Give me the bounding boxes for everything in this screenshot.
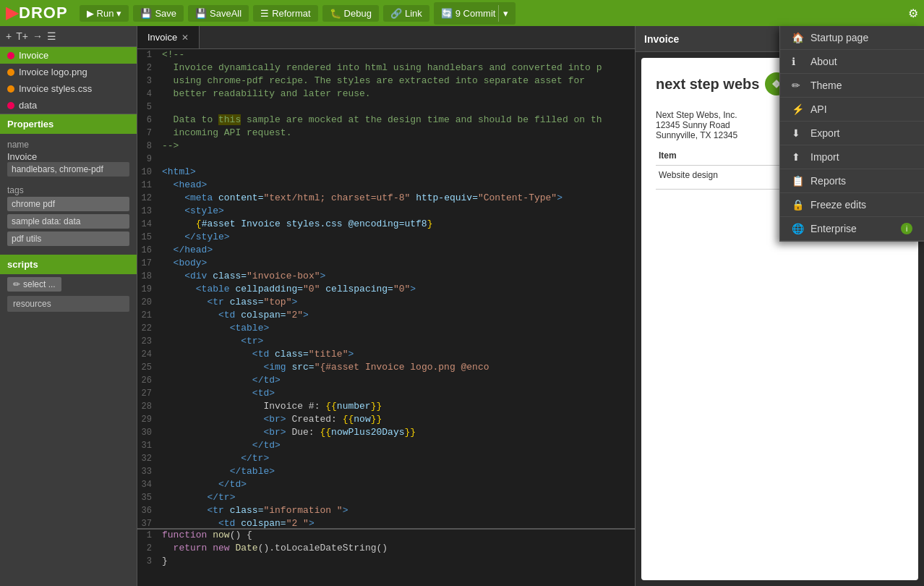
- line-34: 34 </td>: [137, 479, 635, 492]
- sidebar-item-invoice-styles[interactable]: Invoice styles.css: [0, 80, 137, 97]
- sidebar-item-invoice-logo[interactable]: Invoice logo.png: [0, 64, 137, 80]
- tags-label: tags: [7, 185, 129, 195]
- line-3: 3 using chrome-pdf recipe. The styles ar…: [137, 75, 635, 88]
- menu-button[interactable]: ☰: [47, 30, 56, 42]
- add-text-button[interactable]: T+: [16, 30, 28, 42]
- line-20: 20 <tr class="top">: [137, 297, 635, 310]
- sample-data-input[interactable]: [7, 214, 129, 229]
- line-7: 7 incoming API request.: [137, 127, 635, 140]
- line-21: 21 <td colspan="2">: [137, 310, 635, 323]
- lock-icon: 🔒: [792, 199, 805, 211]
- line-8: 8-->: [137, 140, 635, 153]
- line-37: 37 <td colspan="2 ">: [137, 518, 635, 528]
- invoice-logo: next step webs: [656, 72, 788, 95]
- run-arrow: ▾: [116, 8, 121, 19]
- line-16: 16 </head>: [137, 245, 635, 258]
- dd-freeze-edits[interactable]: 🔒 Freeze edits: [780, 193, 924, 217]
- line-32: 32 </tr>: [137, 453, 635, 466]
- debug-label: Debug: [344, 8, 372, 19]
- save-button[interactable]: 💾 Save: [133, 5, 184, 22]
- dd-api[interactable]: ⚡ API: [780, 98, 924, 122]
- line-24: 24 <td class="title">: [137, 349, 635, 362]
- home-icon: 🏠: [792, 32, 805, 43]
- invoice-logo-text: next step webs: [656, 76, 759, 93]
- sidebar-item-invoice[interactable]: Invoice: [0, 47, 137, 64]
- line-19: 19 <table cellpadding="0" cellspacing="0…: [137, 284, 635, 297]
- pdf-utils-input[interactable]: [7, 232, 129, 246]
- app-logo: ▶DROP: [6, 4, 68, 22]
- sidebar: + T+ → ☰ Invoice Invoice logo.png Invoic…: [0, 26, 137, 586]
- tab-invoice[interactable]: Invoice ✕: [137, 26, 200, 48]
- enterprise-info-icon: i: [901, 223, 912, 234]
- line-23: 23 <tr>: [137, 336, 635, 349]
- sidebar-item-data-label: data: [19, 100, 37, 111]
- add-file-button[interactable]: +: [6, 30, 12, 42]
- commit-arrow[interactable]: ▾: [498, 5, 513, 22]
- preview-title: Invoice: [644, 33, 679, 45]
- sidebar-item-invoice-logo-label: Invoice logo.png: [19, 67, 87, 77]
- resources-button[interactable]: resources: [7, 296, 129, 312]
- commit-label: 9 Commit: [455, 8, 496, 19]
- line-18: 18 <div class="invoice-box">: [137, 271, 635, 284]
- settings-button[interactable]: ⚙: [908, 7, 918, 20]
- bottom-line-1: 1function now() {: [137, 530, 635, 543]
- globe-icon: 🌐: [792, 223, 805, 234]
- invoice-styles-dot-icon: [7, 85, 14, 93]
- dd-export[interactable]: ⬇ Export: [780, 122, 924, 145]
- topbar: ▶DROP ▶ Run ▾ 💾 Save 💾 SaveAll ☰ Reforma…: [0, 0, 924, 26]
- dd-import[interactable]: ⬆ Import: [780, 145, 924, 169]
- line-26: 26 </td>: [137, 375, 635, 388]
- save-label: Save: [155, 8, 176, 19]
- line-1: 1<!--: [137, 49, 635, 62]
- main-layout: + T+ → ☰ Invoice Invoice logo.png Invoic…: [0, 26, 924, 586]
- line-15: 15 </style>: [137, 232, 635, 245]
- handlebars-input[interactable]: [7, 162, 129, 177]
- sidebar-item-data[interactable]: data: [0, 97, 137, 114]
- reports-icon: 📋: [792, 175, 805, 187]
- run-button[interactable]: ▶ Run ▾: [80, 5, 129, 22]
- dd-theme[interactable]: ✏ Theme: [780, 74, 924, 98]
- run-icon: ▶: [87, 8, 94, 19]
- select-script-button[interactable]: ✏ select ...: [7, 277, 61, 292]
- bottom-editor[interactable]: 1function now() { 2 return new Date().to…: [137, 528, 635, 586]
- link-button[interactable]: 🔗 Link: [383, 5, 429, 22]
- name-label: name: [7, 140, 129, 150]
- data-dot-icon: [7, 102, 14, 109]
- bottom-line-3: 3}: [137, 556, 635, 569]
- reformat-button[interactable]: ☰ Reformat: [253, 5, 317, 22]
- name-value: Invoice: [7, 151, 129, 162]
- line-9: 9: [137, 153, 635, 166]
- line-28: 28 Invoice #: {{number}}: [137, 401, 635, 414]
- line-5: 5: [137, 101, 635, 114]
- line-27: 27 <td>: [137, 388, 635, 401]
- editor-container: 1<!-- 2 Invoice dynamically rendered int…: [137, 49, 635, 528]
- saveall-label: SaveAll: [210, 8, 241, 19]
- sidebar-item-invoice-label: Invoice: [19, 50, 48, 61]
- line-6: 6 Data to this sample are mocked at the …: [137, 114, 635, 127]
- sidebar-toolbar: + T+ → ☰: [0, 26, 137, 47]
- select-script-label: select ...: [23, 279, 56, 289]
- dd-reports[interactable]: 📋 Reports: [780, 169, 924, 193]
- code-editor[interactable]: 1<!-- 2 Invoice dynamically rendered int…: [137, 49, 635, 528]
- dd-enterprise[interactable]: 🌐 Enterprise i: [780, 217, 924, 241]
- line-4: 4 better readability and later reuse.: [137, 88, 635, 101]
- commit-button[interactable]: 🔄 9 Commit ▾: [434, 2, 516, 25]
- tab-close-icon[interactable]: ✕: [181, 33, 189, 43]
- debug-button[interactable]: 🐛 Debug: [322, 5, 379, 22]
- chrome-pdf-input[interactable]: [7, 197, 129, 211]
- debug-icon: 🐛: [330, 8, 341, 19]
- api-icon: ⚡: [792, 103, 805, 115]
- line-25: 25 <img src="{#asset Invoice logo.png @e…: [137, 362, 635, 375]
- dd-about[interactable]: ℹ About: [780, 50, 924, 74]
- invoice-logo-dot-icon: [7, 69, 14, 76]
- line-31: 31 </td>: [137, 440, 635, 453]
- line-14: 14 {#asset Invoice styles.css @encoding=…: [137, 218, 635, 232]
- line-17: 17 <body>: [137, 258, 635, 271]
- line-10: 10<html>: [137, 166, 635, 179]
- editor-area: Invoice ✕ 1<!-- 2 Invoice dynamically re…: [137, 26, 635, 586]
- move-button[interactable]: →: [33, 30, 43, 42]
- saveall-button[interactable]: 💾 SaveAll: [188, 5, 249, 22]
- sidebar-item-invoice-styles-label: Invoice styles.css: [19, 83, 92, 94]
- dd-startup-page[interactable]: 🏠 Startup page: [780, 26, 924, 50]
- line-22: 22 <table>: [137, 323, 635, 336]
